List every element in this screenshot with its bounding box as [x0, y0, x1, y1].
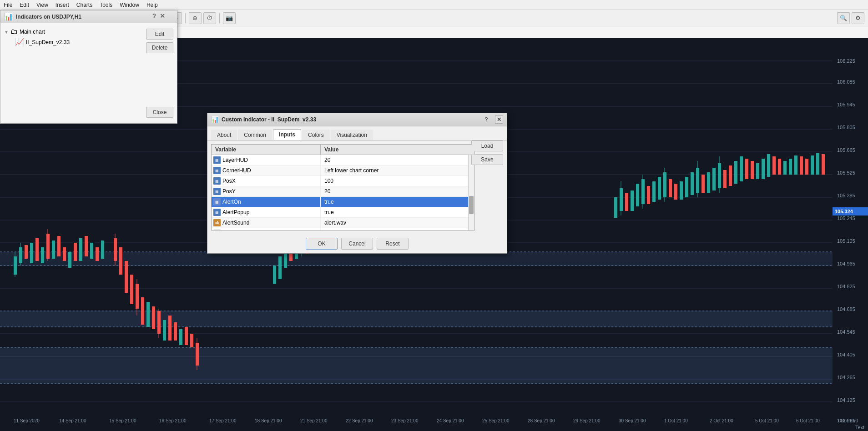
tree-indicator-label: II_SupDem_v2.33: [26, 39, 70, 45]
table-row[interactable]: ▦ PosY 20: [212, 186, 474, 197]
svg-text:104.545: 104.545: [837, 329, 855, 335]
svg-rect-54: [146, 302, 150, 327]
toolbar-settings-btn[interactable]: ⚙: [852, 12, 864, 24]
svg-rect-37: [57, 236, 61, 256]
tab-about[interactable]: About: [211, 130, 237, 140]
table-row[interactable]: ab AlertSound alert.wav: [212, 218, 474, 228]
tab-inputs[interactable]: Inputs: [273, 129, 301, 140]
scroll-thumb[interactable]: [469, 196, 474, 214]
svg-rect-61: [179, 329, 182, 345]
tab-colors[interactable]: Colors: [302, 130, 330, 140]
indicators-close-btn[interactable]: ✕: [159, 12, 166, 20]
indicators-close-dialog-btn[interactable]: Close: [146, 107, 173, 118]
svg-text:18 Sep 21:00: 18 Sep 21:00: [255, 418, 282, 423]
svg-rect-86: [614, 197, 617, 218]
svg-text:1 Oct 21:00: 1 Oct 21:00: [664, 418, 688, 423]
svg-rect-101: [680, 181, 683, 200]
indicators-help-btn[interactable]: ?: [151, 12, 158, 20]
dialog-bottom-buttons: OK Cancel Reset: [207, 238, 507, 250]
svg-rect-120: [772, 156, 776, 175]
td-cornerhud-var: ▦ CornerHUD: [212, 165, 321, 175]
table-row[interactable]: ▦ AlertPopup true: [212, 207, 474, 218]
menu-charts[interactable]: Charts: [73, 1, 96, 9]
toolbar-screenshot-btn[interactable]: 📷: [223, 12, 236, 24]
menu-help[interactable]: Help: [143, 1, 161, 9]
row-icon-1: ▦: [213, 167, 221, 174]
save-btn[interactable]: Save: [471, 154, 503, 165]
tab-common[interactable]: Common: [238, 130, 272, 140]
dialog-tabs: About Common Inputs Colors Visualization: [207, 126, 507, 140]
toolbar-search-btn[interactable]: 🔍: [837, 12, 850, 24]
row-icon-3: ▦: [213, 188, 221, 195]
svg-rect-43: [90, 243, 93, 259]
svg-text:105.105: 105.105: [837, 238, 855, 244]
svg-rect-44: [96, 247, 99, 261]
menu-edit[interactable]: Edit: [16, 1, 33, 9]
toolbar-period-btn[interactable]: ⏱: [203, 12, 216, 24]
svg-rect-33: [41, 247, 44, 263]
tree-indicator-item[interactable]: 📈 II_SupDem_v2.33: [15, 37, 133, 47]
svg-rect-38: [63, 247, 66, 261]
menu-bar: File Edit View Insert Charts Tools Windo…: [0, 0, 868, 10]
svg-rect-118: [762, 159, 765, 179]
table-row[interactable]: ▦ CornerHUD Left lower chart corner: [212, 165, 474, 176]
custom-indicator-dialog: 📊 Custom Indicator - II_SupDem_v2.33 ? ✕…: [207, 113, 507, 254]
svg-rect-32: [35, 238, 39, 261]
svg-rect-58: [163, 320, 166, 341]
td-cornerhud-val: Left lower chart corner: [321, 166, 474, 175]
svg-text:105.525: 105.525: [837, 170, 855, 175]
tree-main-chart[interactable]: ▼ 🗂 Main chart: [4, 27, 133, 37]
indicators-delete-btn[interactable]: Delete: [146, 42, 173, 53]
load-btn[interactable]: Load: [471, 140, 503, 151]
row-icon-4: ▦: [213, 198, 221, 205]
table-row[interactable]: ▦ LayerHUD 20: [212, 155, 474, 165]
svg-text:17 Sep 21:00: 17 Sep 21:00: [209, 418, 237, 423]
svg-text:11 Sep 2020: 11 Sep 2020: [14, 418, 40, 423]
menu-window[interactable]: Window: [116, 1, 143, 9]
row-icon-6: ab: [213, 219, 221, 226]
svg-rect-31: [30, 243, 33, 263]
svg-rect-124: [794, 155, 797, 175]
svg-rect-23: [0, 347, 833, 384]
svg-text:30 Sep 21:00: 30 Sep 21:00: [619, 418, 646, 423]
svg-rect-62: [185, 327, 188, 345]
svg-text:105.385: 105.385: [837, 193, 855, 198]
table-row[interactable]: ColorSupStrong SlateGray: [212, 228, 474, 231]
svg-rect-119: [767, 154, 770, 177]
svg-rect-127: [811, 155, 814, 175]
svg-rect-107: [707, 172, 710, 193]
tab-visualization[interactable]: Visualization: [331, 130, 373, 140]
indicators-edit-btn[interactable]: Edit: [146, 29, 173, 40]
dialog-title-icon: 📊: [211, 116, 219, 123]
td-posx-val: 100: [321, 176, 474, 185]
menu-insert[interactable]: Insert: [52, 1, 73, 9]
svg-rect-113: [734, 161, 737, 184]
row-icon-2: ▦: [213, 177, 221, 185]
svg-rect-121: [778, 159, 781, 175]
cancel-btn[interactable]: Cancel: [341, 238, 373, 250]
svg-text:105.805: 105.805: [837, 125, 855, 130]
svg-text:25 Sep 21:00: 25 Sep 21:00: [482, 418, 510, 423]
svg-rect-40: [74, 243, 77, 261]
svg-rect-116: [751, 161, 754, 179]
indicators-tree: ▼ 🗂 Main chart 📈 II_SupDem_v2.33: [0, 23, 137, 51]
menu-view[interactable]: View: [33, 1, 52, 9]
reset-btn[interactable]: Reset: [377, 238, 409, 250]
toolbar-new-order-btn[interactable]: ⊕: [189, 12, 202, 24]
svg-rect-30: [25, 245, 28, 259]
table-row-selected[interactable]: ▦ AlertOn true: [212, 197, 474, 207]
dialog-close-btn[interactable]: ✕: [495, 115, 503, 124]
menu-tools[interactable]: Tools: [96, 1, 116, 9]
svg-text:105.665: 105.665: [837, 147, 855, 153]
dialog-help-btn[interactable]: ?: [482, 115, 490, 124]
table-row[interactable]: ▦ PosX 100: [212, 176, 474, 186]
svg-text:14 Sep 21:00: 14 Sep 21:00: [59, 418, 86, 423]
ok-btn[interactable]: OK: [306, 238, 338, 250]
svg-text:5 Oct 21:00: 5 Oct 21:00: [755, 418, 779, 423]
header-variable: Variable: [212, 145, 321, 155]
svg-text:21 Sep 21:00: 21 Sep 21:00: [300, 418, 328, 423]
tree-expand-icon: ▼: [4, 30, 9, 35]
svg-rect-102: [685, 177, 688, 197]
menu-file[interactable]: File: [0, 1, 16, 9]
svg-rect-125: [800, 156, 803, 175]
